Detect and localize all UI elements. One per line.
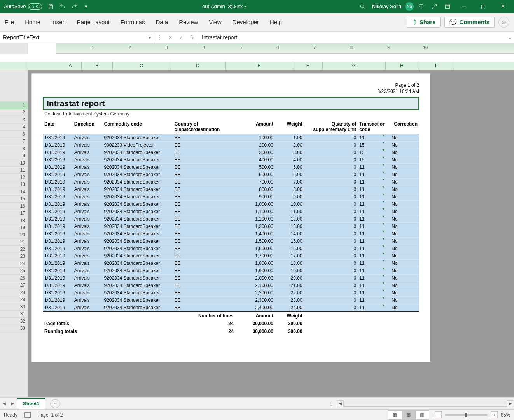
tab-insert[interactable]: Insert [51, 19, 66, 25]
row-header[interactable]: 10 [0, 159, 28, 167]
row-header[interactable]: 26 [0, 275, 28, 282]
row-header[interactable]: 6 [0, 131, 28, 138]
toggle-off-icon[interactable]: Off [28, 4, 42, 10]
row-header[interactable]: 11 [0, 167, 28, 174]
formula-dropdown-icon[interactable]: ⋮ [154, 35, 165, 40]
coming-soon-icon[interactable] [428, 0, 440, 13]
tab-page-layout[interactable]: Page Layout [77, 19, 110, 25]
view-page-break-icon[interactable]: ▥ [415, 410, 429, 420]
window-title[interactable]: out.Admin (3).xlsx ▾ [202, 4, 246, 9]
zoom-slider[interactable] [445, 414, 488, 416]
col-header-H[interactable]: H [386, 62, 418, 70]
table-row[interactable]: 1/31/2019Arrivals9202034 StandardSpeaker… [43, 275, 419, 282]
row-header[interactable]: 21 [0, 239, 28, 246]
row-header[interactable]: 23 [0, 253, 28, 261]
row-header[interactable]: 2 [0, 109, 28, 117]
user-avatar[interactable]: NS [405, 2, 414, 11]
table-row[interactable]: 1/31/2019Arrivals9202034 StandardSpeaker… [43, 178, 419, 186]
formula-cancel-icon[interactable]: ✕ [165, 35, 176, 40]
table-row[interactable]: 1/31/2019Arrivals9002233 VideoProjectorB… [43, 142, 419, 149]
table-row[interactable]: 1/31/2019Arrivals9202034 StandardSpeaker… [43, 186, 419, 193]
table-row[interactable]: 1/31/2019Arrivals9202034 StandardSpeaker… [43, 245, 419, 252]
table-row[interactable]: 1/31/2019Arrivals9202034 StandardSpeaker… [43, 267, 419, 275]
row-header[interactable]: 24 [0, 260, 28, 268]
table-row[interactable]: 1/31/2019Arrivals9202034 StandardSpeaker… [43, 201, 419, 208]
table-row[interactable]: 1/31/2019Arrivals9202034 StandardSpeaker… [43, 260, 419, 267]
macro-recorder-icon[interactable] [24, 412, 31, 418]
sheet-tab-active[interactable]: Sheet1 [17, 398, 45, 409]
row-header[interactable]: 22 [0, 246, 28, 253]
hscroll-left-icon[interactable]: ◄ [337, 400, 344, 407]
table-row[interactable]: 1/31/2019Arrivals9202034 StandardSpeaker… [43, 304, 419, 312]
report-title-cell[interactable]: Intrastat report [43, 97, 419, 110]
row-header[interactable]: 17 [0, 210, 28, 217]
row-header[interactable]: 1 [0, 102, 28, 109]
row-header[interactable]: 19 [0, 224, 28, 232]
row-header[interactable]: 16 [0, 203, 28, 210]
table-row[interactable]: 1/31/2019Arrivals9202034 StandardSpeaker… [43, 297, 419, 304]
tab-file[interactable]: File [5, 19, 14, 25]
tab-help[interactable]: Help [270, 19, 282, 25]
row-header[interactable]: 30 [0, 303, 28, 311]
row-header[interactable]: 14 [0, 188, 28, 196]
row-header[interactable]: 33 [0, 325, 28, 332]
horizontal-scrollbar[interactable] [344, 401, 507, 407]
table-row[interactable]: 1/31/2019Arrivals9202034 StandardSpeaker… [43, 156, 419, 164]
table-row[interactable]: 1/31/2019Arrivals9202034 StandardSpeaker… [43, 223, 419, 230]
search-icon[interactable] [357, 0, 368, 13]
sheet-nav-next-icon[interactable]: ► [9, 401, 17, 406]
tab-view[interactable]: View [209, 19, 221, 25]
sheet-nav-prev-icon[interactable]: ◄ [0, 401, 9, 406]
table-row[interactable]: 1/31/2019Arrivals9202034 StandardSpeaker… [43, 208, 419, 215]
table-row[interactable]: 1/31/2019Arrivals9202034 StandardSpeaker… [43, 134, 419, 142]
autosave-toggle[interactable]: AutoSave Off [4, 4, 42, 10]
row-header[interactable]: 8 [0, 145, 28, 152]
comments-button[interactable]: 💬 Comments [444, 17, 495, 28]
row-header[interactable]: 9 [0, 152, 28, 160]
ribbon-mode-icon[interactable] [442, 0, 453, 13]
row-header[interactable]: 27 [0, 282, 28, 289]
table-row[interactable]: 1/31/2019Arrivals9202034 StandardSpeaker… [43, 193, 419, 201]
row-header[interactable]: 3 [0, 116, 28, 124]
table-row[interactable]: 1/31/2019Arrivals9202034 StandardSpeaker… [43, 289, 419, 297]
col-header-G[interactable]: G [323, 62, 386, 70]
row-header[interactable]: 20 [0, 231, 28, 239]
tab-data[interactable]: Data [156, 19, 168, 25]
row-header[interactable]: 4 [0, 124, 28, 131]
share-button[interactable]: ⇧ Share [407, 17, 441, 28]
col-header-F[interactable]: F [293, 62, 323, 70]
table-row[interactable]: 1/31/2019Arrivals9202034 StandardSpeaker… [43, 171, 419, 178]
formula-expand-icon[interactable]: ⌄ [505, 32, 514, 43]
formula-enter-icon[interactable]: ✓ [176, 35, 187, 40]
qat-overflow-icon[interactable]: ▾ [80, 0, 92, 13]
col-header-I[interactable]: I [418, 62, 453, 70]
table-row[interactable]: 1/31/2019Arrivals9202034 StandardSpeaker… [43, 215, 419, 223]
row-header[interactable]: 13 [0, 181, 28, 189]
diamond-icon[interactable] [415, 0, 427, 13]
row-header[interactable]: 18 [0, 217, 28, 224]
col-header-E[interactable]: E [226, 62, 293, 70]
user-name[interactable]: Nikolay Selin [372, 4, 401, 9]
row-header[interactable]: 32 [0, 318, 28, 325]
col-header-C[interactable]: C [113, 62, 170, 70]
table-row[interactable]: 1/31/2019Arrivals9202034 StandardSpeaker… [43, 164, 419, 171]
window-minimize-button[interactable]: ─ [455, 0, 473, 13]
tab-formulas[interactable]: Formulas [121, 19, 145, 25]
table-row[interactable]: 1/31/2019Arrivals9202034 StandardSpeaker… [43, 149, 419, 156]
add-sheet-icon[interactable]: ＋ [50, 399, 60, 408]
row-header[interactable]: 28 [0, 289, 28, 296]
table-row[interactable]: 1/31/2019Arrivals9202034 StandardSpeaker… [43, 238, 419, 245]
row-header[interactable]: 7 [0, 138, 28, 145]
name-box[interactable]: ReportTitleText ▾ [0, 32, 154, 43]
view-normal-icon[interactable]: ▦ [388, 410, 402, 420]
table-row[interactable]: 1/31/2019Arrivals9202034 StandardSpeaker… [43, 252, 419, 260]
feedback-icon[interactable]: ☺ [498, 17, 509, 28]
row-header[interactable]: 15 [0, 196, 28, 203]
window-maximize-button[interactable]: ▢ [474, 0, 492, 13]
tab-home[interactable]: Home [25, 19, 40, 25]
redo-icon[interactable] [68, 0, 80, 13]
zoom-percent[interactable]: 85% [501, 412, 510, 418]
tab-review[interactable]: Review [179, 19, 198, 25]
row-header[interactable]: 25 [0, 268, 28, 275]
table-row[interactable]: 1/31/2019Arrivals9202034 StandardSpeaker… [43, 230, 419, 238]
